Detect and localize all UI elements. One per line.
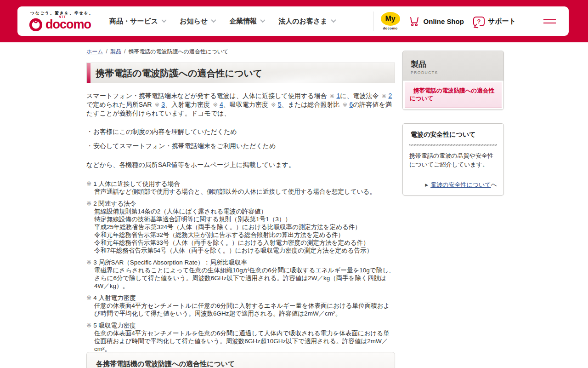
footnote: ※3 局所SAR（Specific Absorption Rate）：局所比吸収…: [86, 259, 395, 290]
hamburger-menu-button[interactable]: [542, 17, 558, 25]
footnote-title: ※4 入射電力密度: [86, 294, 395, 302]
footnote-line: 特定無線設備の技術基準適合証明等に関する規則（別表第1号1（3））: [94, 215, 395, 223]
footnote: ※1 人体に近接して使用する場合音声通話など側頭部で使用する場合と、側頭部以外の…: [86, 180, 395, 196]
intro-text: 、入射電力密度: [165, 101, 210, 108]
footnote: ※5 吸収電力密度任意の体表面4平方センチメートルを任意の6分間に通過して人体内…: [86, 322, 395, 353]
footnote-title-text: 5 吸収電力密度: [93, 322, 136, 329]
breadcrumb-separator: /: [124, 48, 125, 55]
footnote-body: 任意の体表面4平方センチメートルを任意の6分間に通過して人体内で吸収される電力を…: [86, 329, 395, 353]
cart-icon: [408, 15, 420, 27]
list-item: 安心してスマートフォン・携帯電話端末をご利用いただくため: [87, 142, 395, 150]
sidebar-current-item[interactable]: 携帯電話の電波防護への適合性について: [405, 82, 502, 108]
footnote: ※2 関連する法令無線設備規則第14条の2（人体にばく露される電波の許容値）特定…: [86, 200, 395, 254]
chevron-down-icon: [331, 17, 336, 22]
intro-text: スマートフォン・携帯電話端末などが発する電波は、人体に近接して使用する場合: [86, 92, 327, 99]
sidebar: 製品 PRODUCTS 携帯電話の電波防護への適合性について 電波の安全性につい…: [402, 51, 504, 196]
footnote-ref-link[interactable]: 3: [161, 101, 165, 108]
my-docomo-button[interactable]: My docomo: [381, 12, 400, 30]
logo-text: NTTdocomo: [45, 18, 91, 31]
breadcrumb-current: 携帯電話の電波防護への適合性について: [128, 48, 228, 55]
intro-bullet-list: お客様にこの制度の内容を理解していただくため安心してスマートフォン・携帯電話端末…: [87, 127, 395, 150]
products-box-header: 製品 PRODUCTS: [403, 51, 503, 80]
chevron-down-icon: [211, 17, 216, 22]
breadcrumb-link[interactable]: 製品: [110, 48, 121, 55]
footnote-title-text: 1 人体に近接して使用する場合: [93, 180, 180, 188]
nav-item-label: お知らせ: [180, 17, 208, 26]
section-header-box: 各携帯電話機の電波防護への適合性について: [86, 352, 395, 368]
footnote-line: 任意の体表面4平方センチメートルに任意の6分間に入射するエネルギー量を体表面にお…: [94, 302, 395, 317]
intro-paragraph: スマートフォン・携帯電話端末などが発する電波は、人体に近接して使用する場合※1に…: [86, 92, 395, 117]
hatched-divider: [409, 144, 497, 146]
footnote-line: 令和元年総務省告示第33号（人体（両手を除く。）における入射電力密度の測定方法を…: [94, 239, 395, 247]
footnote-list: ※1 人体に近接して使用する場合音声通話など側頭部で使用する場合と、側頭部以外の…: [86, 180, 395, 368]
page-title-box: 携帯電話の電波防護への適合性について: [86, 63, 395, 83]
intro-text: 、または総合照射比: [282, 101, 340, 108]
footnote-mark: ※: [86, 200, 91, 207]
logo-row: NTTdocomo: [28, 17, 94, 32]
support-button[interactable]: ? サポート: [473, 17, 516, 26]
footnote-ref-mark: ※: [213, 101, 218, 108]
nav-item[interactable]: 法人のお客さま: [278, 17, 335, 26]
main-content: スマートフォン・携帯電話端末などが発する電波は、人体に近接して使用する場合※1に…: [86, 92, 395, 368]
logo-ntt-text: NTT: [59, 16, 66, 19]
safety-box-title: 電波の安全性について: [411, 131, 497, 139]
safety-link-row: ▶電波の安全性についてへ: [409, 181, 497, 189]
footnote-ref-link[interactable]: 2: [389, 92, 392, 99]
online-shop-button[interactable]: Online Shop: [408, 15, 464, 27]
logo-wordmark: docomo: [45, 17, 91, 31]
footnote-title-text: 2 関連する法令: [93, 200, 136, 207]
dotted-divider: [409, 175, 497, 175]
products-box-body: 携帯電話の電波防護への適合性について: [403, 80, 503, 109]
products-box-title: 製品: [411, 59, 496, 69]
footnote-ref-mark: ※: [343, 101, 348, 108]
footnote-ref-link[interactable]: 5: [278, 101, 282, 108]
footnote-body: 無線設備規則第14条の2（人体にばく露される電波の許容値）特定無線設備の技術基準…: [86, 207, 395, 254]
nav-item[interactable]: 商品・サービス: [109, 17, 166, 26]
footnote-line: 令和7年総務省告示第54号（人体（両手を除く。）における吸収電力密度の測定方法を…: [94, 247, 395, 254]
footnote-mark: ※: [86, 259, 91, 266]
closing-paragraph: などから、各機種の局所SAR値等をホームページ上に掲載しています。: [86, 161, 395, 169]
breadcrumb: ホーム/製品/携帯電話の電波防護への適合性について: [86, 48, 403, 56]
safety-link-suffix: へ: [491, 181, 497, 188]
footnote-title: ※3 局所SAR（Specific Absorption Rate）：局所比吸収…: [86, 259, 395, 266]
footnote-line: 任意の体表面4平方センチメートルを任意の6分間に通過して人体内で吸収される電力を…: [94, 329, 395, 353]
support-label: サポート: [488, 17, 516, 26]
footnote-title-text: 4 入射電力密度: [93, 294, 136, 302]
footnote-ref-link[interactable]: 4: [220, 101, 223, 108]
breadcrumb-link[interactable]: ホーム: [86, 48, 103, 55]
breadcrumb-separator: /: [106, 48, 107, 55]
footnote: ※4 入射電力密度任意の体表面4平方センチメートルに任意の6分間に入射するエネル…: [86, 294, 395, 317]
header-card: つなごう。驚きを。幸せを。 NTTdocomo 商品・サービスお知らせ企業情報法…: [17, 6, 569, 36]
nav-item-label: 商品・サービス: [109, 17, 158, 26]
list-item: お客様にこの制度の内容を理解していただくため: [87, 127, 395, 136]
header-utility: My docomo Online Shop ? サポート: [373, 12, 558, 31]
intro-text: に、電波法令: [340, 92, 379, 99]
footnote-line: 音声通話など側頭部で使用する場合と、側頭部以外の人体に近接して使用する場合を想定…: [94, 188, 395, 196]
nav-item-label: 企業情報: [229, 17, 257, 26]
products-box-subtitle: PRODUCTS: [411, 70, 496, 75]
nav-item[interactable]: お知らせ: [180, 17, 215, 26]
footnote-body: 任意の体表面4平方センチメートルに任意の6分間に入射するエネルギー量を体表面にお…: [86, 302, 395, 317]
header-divider: [373, 12, 373, 31]
nav-item[interactable]: 企業情報: [229, 17, 265, 26]
nav-item-label: 法人のお客さま: [278, 17, 327, 26]
intro-text: 、吸収電力密度: [223, 101, 268, 108]
footnote-line: 令和元年総務省告示第32号（総務大臣が別に告示する総合照射比の算出方法を定める件…: [94, 231, 395, 239]
footnote-ref-mark: ※: [330, 92, 335, 99]
my-docomo-label: My: [385, 15, 395, 23]
footnote-mark: ※: [86, 322, 91, 329]
my-docomo-sublabel: docomo: [383, 26, 398, 30]
footnote-line: 電磁界にさらされることによって任意の生体組織10gが任意の6分間に吸収するエネル…: [94, 266, 395, 290]
hamburger-line: [543, 19, 556, 20]
section-title: 各携帯電話機の電波防護への適合性について: [87, 352, 395, 368]
footnote-ref-mark: ※: [382, 92, 387, 99]
intro-text: で定められた局所SAR: [86, 101, 152, 108]
page-title: 携帯電話の電波防護への適合性について: [87, 63, 395, 83]
safety-box-body: 携帯電話の電波の品質や安全性についてご紹介しています。: [409, 151, 497, 169]
docomo-logo[interactable]: つなごう。驚きを。幸せを。 NTTdocomo: [28, 11, 94, 32]
footnote-title: ※5 吸収電力密度: [86, 322, 395, 329]
docomo-mark-icon: [28, 17, 43, 32]
online-shop-label: Online Shop: [424, 17, 464, 25]
main-nav: 商品・サービスお知らせ企業情報法人のお客さま: [109, 17, 335, 26]
safety-link[interactable]: 電波の安全性について: [430, 181, 491, 188]
